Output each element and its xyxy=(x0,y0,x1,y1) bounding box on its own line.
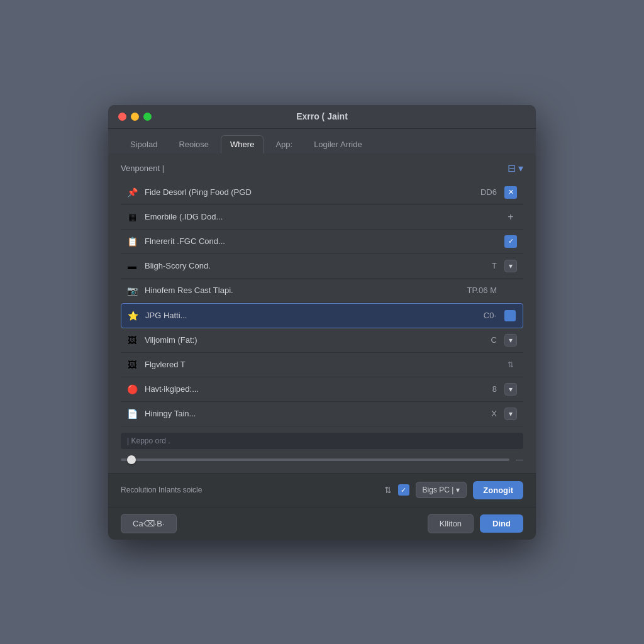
minimize-button[interactable] xyxy=(131,113,139,121)
bottom-bar: Recolution Inlants soicle ⇅ ✓ Bigs PC | … xyxy=(108,473,536,507)
add-btn[interactable]: + xyxy=(508,212,513,222)
list-icon: ⊟ xyxy=(508,162,516,174)
section-label: Venponent | xyxy=(121,164,164,173)
close-button[interactable] xyxy=(118,113,126,121)
dropdown-btn[interactable]: ▾ xyxy=(504,408,517,420)
row-label: Flnererit .FGC Cond... xyxy=(145,236,491,246)
done-button[interactable]: Dind xyxy=(480,514,523,533)
row-action[interactable]: ✓ xyxy=(503,234,518,249)
traffic-lights xyxy=(118,113,152,121)
row-action[interactable]: ▾ xyxy=(503,382,518,397)
row-icon: 📄 xyxy=(126,408,138,420)
slider-end: — xyxy=(516,455,523,464)
row-label: Bligh-Scory Cond. xyxy=(145,261,486,270)
bigs-dropdown[interactable]: Bigs PC | ▾ xyxy=(416,482,467,498)
row-icon: 🖼 xyxy=(126,334,138,347)
row-action[interactable]: ▾ xyxy=(503,333,518,348)
row-value: C0· xyxy=(484,311,496,320)
blue-square[interactable] xyxy=(504,310,516,321)
row-icon: ⭐ xyxy=(126,309,139,322)
row-action[interactable] xyxy=(502,308,518,323)
criteria-row[interactable]: 🖼 Flgvlered T ⇅ xyxy=(121,353,523,377)
criteria-row[interactable]: 🖼 Viljomim (Fat:) C ▾ xyxy=(121,328,523,353)
row-action[interactable]: ▾ xyxy=(503,406,518,421)
chevron-down-icon: ▾ xyxy=(518,162,523,174)
bottom-label: Recolution Inlants soicle xyxy=(121,486,378,494)
dropdown-btn[interactable]: ▾ xyxy=(504,383,517,396)
slider[interactable] xyxy=(121,458,509,461)
tab-where[interactable]: Where xyxy=(221,135,264,153)
sort-icon: ⇅ xyxy=(508,360,514,369)
cancel-button[interactable]: Ca⌫·B· xyxy=(121,514,177,533)
middle-button[interactable]: Klliton xyxy=(428,514,474,533)
row-icon: ▬ xyxy=(126,260,138,272)
row-label: Hinofem Res Cast Tlapi. xyxy=(145,286,461,295)
tab-sipolad[interactable]: Sipolad xyxy=(121,135,167,153)
row-icon: ▦ xyxy=(126,211,138,223)
row-value: C xyxy=(491,335,497,345)
row-value: TP.06 M xyxy=(467,286,497,295)
check-btn[interactable]: ✓ xyxy=(504,235,517,248)
criteria-row[interactable]: 📷 Hinofem Res Cast Tlapi. TP.06 M xyxy=(121,279,523,303)
maximize-button[interactable] xyxy=(143,113,152,121)
window-title: Exrro ( Jaint xyxy=(296,111,348,121)
tab-reoiose[interactable]: Reoiose xyxy=(169,135,218,153)
row-value: T xyxy=(492,261,497,270)
tab-bar: Sipolad Reoiose Where App: Logiler Arrid… xyxy=(108,129,536,153)
search-bar[interactable]: | Keppo ord . xyxy=(121,433,523,449)
tab-app[interactable]: App: xyxy=(266,135,302,153)
criteria-row[interactable]: 📄 Hiningy Tain... X ▾ xyxy=(121,402,523,426)
row-icon: 📌 xyxy=(126,186,138,199)
resolution-checkbox[interactable]: ✓ xyxy=(398,484,409,496)
row-action xyxy=(503,283,518,298)
dropdown-btn[interactable]: ▾ xyxy=(504,260,517,272)
remove-btn[interactable]: ✕ xyxy=(504,186,517,199)
row-action: ⇅ xyxy=(503,357,518,372)
row-action[interactable]: + xyxy=(503,209,518,225)
row-icon: 📷 xyxy=(126,284,138,297)
criteria-row[interactable]: 🔴 Havt·ikglped:... 8 ▾ xyxy=(121,377,523,402)
row-label: Fide Desorl (Ping Food (PGD xyxy=(145,187,474,197)
title-bar: Exrro ( Jaint xyxy=(108,105,536,129)
search-placeholder: | Keppo ord . xyxy=(127,436,170,445)
row-value: 8 xyxy=(492,384,497,394)
criteria-row[interactable]: 📌 Fide Desorl (Ping Food (PGD DD6 ✕ xyxy=(121,180,523,205)
row-label: Flgvlered T xyxy=(145,360,491,369)
row-value: X xyxy=(491,409,497,418)
row-action[interactable]: ✕ xyxy=(503,185,518,200)
row-label: Viljomim (Fat:) xyxy=(145,335,485,345)
row-value: DD6 xyxy=(480,187,497,197)
section-header: Venponent | ⊟ ▾ xyxy=(121,162,523,174)
row-label: Emorbile (.IDG Dod... xyxy=(145,212,491,221)
tab-logiler[interactable]: Logiler Arride xyxy=(304,135,372,153)
row-icon: 🖼 xyxy=(126,358,138,371)
criteria-row[interactable]: ▬ Bligh-Scory Cond. T ▾ xyxy=(121,254,523,279)
section-icon-btn[interactable]: ⊟ ▾ xyxy=(508,162,523,174)
row-label: Havt·ikglped:... xyxy=(145,384,486,394)
zonogit-btn[interactable]: Zonogit xyxy=(473,481,523,499)
action-bar: Ca⌫·B· Klliton Dind xyxy=(108,507,536,540)
dropdown-btn[interactable]: ▾ xyxy=(504,334,517,347)
criteria-row[interactable]: ▦ Emorbile (.IDG Dod... + xyxy=(121,205,523,230)
row-icon: 📋 xyxy=(126,235,138,248)
bigs-label: Bigs PC | xyxy=(423,486,454,494)
main-window: Exrro ( Jaint Sipolad Reoiose Where App:… xyxy=(108,105,536,540)
row-label: Hiningy Tain... xyxy=(145,409,485,418)
criteria-list: 📌 Fide Desorl (Ping Food (PGD DD6 ✕ ▦ Em… xyxy=(121,180,523,426)
chevron-down-icon: ▾ xyxy=(456,486,460,494)
row-icon: 🔴 xyxy=(126,383,138,396)
content-area: Venponent | ⊟ ▾ 📌 Fide Desorl (Ping Food… xyxy=(108,153,536,473)
criteria-row[interactable]: 📋 Flnererit .FGC Cond... ✓ xyxy=(121,230,523,254)
criteria-row-selected[interactable]: ⭐ JPG Hatti... C0· xyxy=(121,303,523,328)
slider-row: — xyxy=(121,455,523,464)
row-action[interactable]: ▾ xyxy=(503,258,518,274)
row-label: JPG Hatti... xyxy=(145,311,477,320)
slider-thumb[interactable] xyxy=(127,455,136,464)
sort-icon: ⇅ xyxy=(384,485,392,495)
